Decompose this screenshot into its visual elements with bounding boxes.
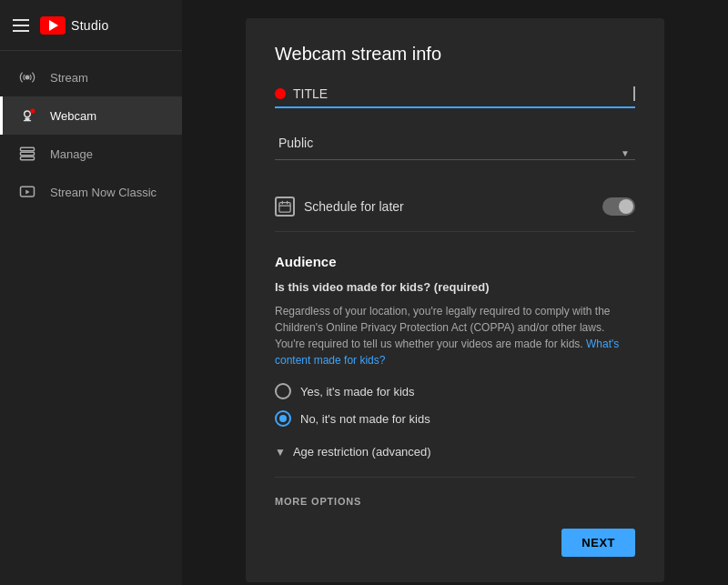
visibility-select-wrapper: Public Unlisted Private [275, 126, 635, 178]
stream-icon [17, 67, 37, 87]
svg-rect-3 [24, 120, 31, 121]
cursor-indicator [633, 86, 635, 101]
schedule-row: Schedule for later [275, 197, 635, 232]
sidebar: Studio Stream Webcam [0, 0, 182, 585]
age-restriction-row[interactable]: ▼ Age restriction (advanced) [275, 445, 635, 478]
sidebar-item-manage[interactable]: Manage [0, 135, 182, 173]
youtube-logo-icon [40, 16, 66, 35]
svg-point-0 [25, 76, 30, 80]
button-row: NEXT [275, 529, 635, 557]
menu-icon[interactable] [13, 19, 29, 32]
stream-info-card: Webcam stream info Public Unlisted Priva… [246, 18, 664, 582]
age-restriction-label: Age restriction (advanced) [293, 445, 431, 459]
sidebar-manage-label: Manage [50, 147, 93, 161]
svg-rect-2 [25, 118, 30, 121]
audience-title: Audience [275, 254, 635, 269]
sidebar-stream-label: Stream [50, 71, 88, 85]
svg-point-1 [25, 111, 31, 117]
title-input[interactable] [293, 86, 626, 101]
stream-classic-icon [17, 182, 37, 202]
radio-yes-icon [275, 383, 291, 399]
schedule-label: Schedule for later [304, 199, 593, 214]
webcam-icon [17, 106, 37, 126]
svg-rect-7 [21, 156, 35, 159]
svg-rect-9 [279, 203, 290, 213]
next-button[interactable]: NEXT [561, 529, 635, 557]
radio-yes-label: Yes, it's made for kids [300, 385, 415, 398]
svg-rect-5 [21, 147, 35, 150]
main-content: Webcam stream info Public Unlisted Priva… [182, 0, 728, 585]
audience-question: Is this video made for kids? (required) [275, 280, 635, 294]
radio-option-no[interactable]: No, it's not made for kids [275, 410, 635, 427]
title-field-wrapper [275, 86, 635, 108]
live-dot-icon [275, 88, 286, 99]
svg-point-4 [30, 109, 35, 114]
calendar-icon [275, 197, 295, 217]
manage-icon [17, 144, 37, 164]
sidebar-webcam-label: Webcam [50, 109, 96, 123]
radio-no-label: No, it's not made for kids [300, 412, 430, 426]
radio-no-icon [275, 410, 291, 427]
sidebar-item-stream-now-classic[interactable]: Stream Now Classic [0, 173, 182, 211]
chevron-down-icon: ▼ [275, 446, 286, 459]
radio-option-yes[interactable]: Yes, it's made for kids [275, 383, 635, 399]
sidebar-item-stream[interactable]: Stream [0, 58, 182, 96]
sidebar-header: Studio [0, 0, 182, 51]
audience-description: Regardless of your location, you're lega… [275, 303, 635, 368]
sidebar-nav: Stream Webcam M [0, 51, 182, 211]
studio-title: Studio [71, 18, 109, 33]
more-options[interactable]: MORE OPTIONS [275, 496, 635, 507]
logo-area: Studio [40, 16, 109, 35]
visibility-select[interactable]: Public Unlisted Private [275, 126, 635, 160]
sidebar-item-webcam[interactable]: Webcam [0, 96, 182, 135]
schedule-toggle[interactable] [602, 197, 635, 216]
title-field [275, 86, 635, 108]
card-title: Webcam stream info [275, 44, 635, 65]
audience-section: Audience Is this video made for kids? (r… [275, 254, 635, 427]
svg-rect-6 [21, 152, 35, 155]
sidebar-stream-classic-label: Stream Now Classic [50, 186, 157, 199]
